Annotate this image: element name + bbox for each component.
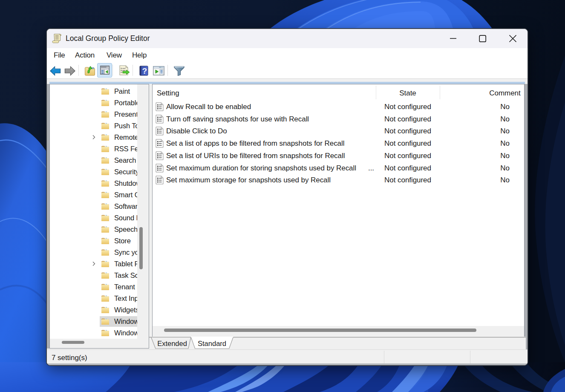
svg-text:Standard: Standard <box>198 340 226 347</box>
svg-text:?: ? <box>142 66 147 75</box>
svg-text:Extended: Extended <box>157 340 187 347</box>
